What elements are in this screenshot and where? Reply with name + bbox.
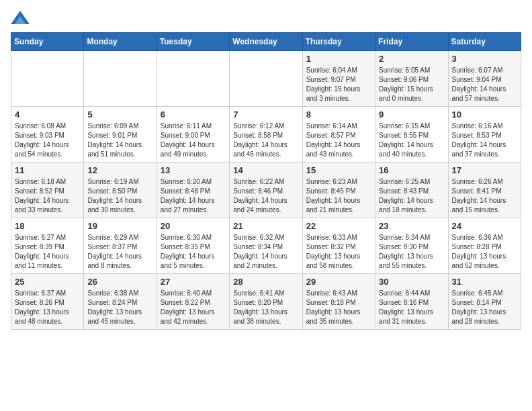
day-info: Sunrise: 6:15 AM Sunset: 8:55 PM Dayligh…: [379, 122, 444, 159]
header-monday: Monday: [84, 33, 157, 51]
calendar-cell: [230, 51, 302, 107]
day-number: 15: [306, 165, 371, 175]
calendar-cell: 25Sunrise: 6:37 AM Sunset: 8:26 PM Dayli…: [11, 274, 84, 330]
calendar-cell: 2Sunrise: 6:05 AM Sunset: 9:06 PM Daylig…: [375, 51, 448, 107]
header-wednesday: Wednesday: [230, 33, 302, 51]
calendar-week-4: 18Sunrise: 6:27 AM Sunset: 8:39 PM Dayli…: [11, 218, 521, 274]
calendar-cell: 1Sunrise: 6:04 AM Sunset: 9:07 PM Daylig…: [302, 51, 375, 107]
day-info: Sunrise: 6:36 AM Sunset: 8:28 PM Dayligh…: [452, 233, 517, 271]
day-info: Sunrise: 6:25 AM Sunset: 8:43 PM Dayligh…: [379, 177, 444, 215]
calendar-cell: 12Sunrise: 6:19 AM Sunset: 8:50 PM Dayli…: [84, 163, 157, 218]
calendar-week-5: 25Sunrise: 6:37 AM Sunset: 8:26 PM Dayli…: [11, 274, 521, 330]
day-number: 5: [87, 109, 152, 120]
day-info: Sunrise: 6:37 AM Sunset: 8:26 PM Dayligh…: [15, 289, 80, 326]
calendar-week-1: 1Sunrise: 6:04 AM Sunset: 9:07 PM Daylig…: [11, 51, 521, 107]
calendar-cell: 26Sunrise: 6:38 AM Sunset: 8:24 PM Dayli…: [84, 274, 157, 330]
day-number: 17: [452, 165, 517, 175]
calendar-cell: 16Sunrise: 6:25 AM Sunset: 8:43 PM Dayli…: [375, 163, 448, 218]
day-info: Sunrise: 6:44 AM Sunset: 8:16 PM Dayligh…: [379, 289, 444, 326]
day-number: 19: [87, 221, 152, 231]
day-info: Sunrise: 6:26 AM Sunset: 8:41 PM Dayligh…: [452, 177, 517, 215]
header-thursday: Thursday: [302, 33, 375, 51]
day-info: Sunrise: 6:08 AM Sunset: 9:03 PM Dayligh…: [15, 122, 80, 159]
day-number: 9: [379, 109, 444, 120]
day-number: 18: [15, 221, 80, 231]
calendar-cell: 24Sunrise: 6:36 AM Sunset: 8:28 PM Dayli…: [448, 218, 521, 274]
day-info: Sunrise: 6:45 AM Sunset: 8:14 PM Dayligh…: [452, 289, 517, 326]
calendar-cell: 3Sunrise: 6:07 AM Sunset: 9:04 PM Daylig…: [448, 51, 521, 107]
day-info: Sunrise: 6:12 AM Sunset: 8:58 PM Dayligh…: [233, 122, 298, 159]
day-number: 30: [379, 277, 444, 287]
day-number: 12: [87, 165, 152, 175]
calendar-cell: 31Sunrise: 6:45 AM Sunset: 8:14 PM Dayli…: [448, 274, 521, 330]
calendar-cell: 7Sunrise: 6:12 AM Sunset: 8:58 PM Daylig…: [230, 107, 302, 163]
day-info: Sunrise: 6:18 AM Sunset: 8:52 PM Dayligh…: [15, 177, 80, 215]
day-number: 2: [379, 54, 444, 64]
calendar-cell: 17Sunrise: 6:26 AM Sunset: 8:41 PM Dayli…: [448, 163, 521, 218]
day-number: 8: [306, 109, 371, 120]
calendar-cell: 8Sunrise: 6:14 AM Sunset: 8:57 PM Daylig…: [302, 107, 375, 163]
calendar-week-3: 11Sunrise: 6:18 AM Sunset: 8:52 PM Dayli…: [11, 163, 521, 218]
day-number: 7: [233, 109, 298, 120]
day-info: Sunrise: 6:40 AM Sunset: 8:22 PM Dayligh…: [161, 289, 226, 326]
day-info: Sunrise: 6:38 AM Sunset: 8:24 PM Dayligh…: [87, 289, 152, 326]
day-number: 21: [233, 221, 298, 231]
calendar-cell: 9Sunrise: 6:15 AM Sunset: 8:55 PM Daylig…: [375, 107, 448, 163]
day-info: Sunrise: 6:20 AM Sunset: 8:48 PM Dayligh…: [161, 177, 226, 215]
calendar-cell: 15Sunrise: 6:23 AM Sunset: 8:45 PM Dayli…: [302, 163, 375, 218]
day-info: Sunrise: 6:29 AM Sunset: 8:37 PM Dayligh…: [87, 233, 152, 271]
day-info: Sunrise: 6:22 AM Sunset: 8:46 PM Dayligh…: [233, 177, 298, 215]
day-number: 14: [233, 165, 298, 175]
calendar-cell: [157, 51, 229, 107]
calendar-cell: 5Sunrise: 6:09 AM Sunset: 9:01 PM Daylig…: [84, 107, 157, 163]
calendar-cell: 6Sunrise: 6:11 AM Sunset: 9:00 PM Daylig…: [157, 107, 229, 163]
day-number: 23: [379, 221, 444, 231]
calendar-cell: 13Sunrise: 6:20 AM Sunset: 8:48 PM Dayli…: [157, 163, 229, 218]
calendar-cell: 23Sunrise: 6:34 AM Sunset: 8:30 PM Dayli…: [375, 218, 448, 274]
calendar-cell: [84, 51, 157, 107]
calendar-cell: 30Sunrise: 6:44 AM Sunset: 8:16 PM Dayli…: [375, 274, 448, 330]
day-number: 22: [306, 221, 371, 231]
logo-icon: [11, 11, 30, 24]
day-info: Sunrise: 6:32 AM Sunset: 8:34 PM Dayligh…: [233, 233, 298, 271]
day-info: Sunrise: 6:16 AM Sunset: 8:53 PM Dayligh…: [452, 122, 517, 159]
header-sunday: Sunday: [11, 33, 84, 51]
calendar-cell: 20Sunrise: 6:30 AM Sunset: 8:35 PM Dayli…: [157, 218, 229, 274]
day-info: Sunrise: 6:14 AM Sunset: 8:57 PM Dayligh…: [306, 122, 371, 159]
day-info: Sunrise: 6:19 AM Sunset: 8:50 PM Dayligh…: [87, 177, 152, 215]
calendar-cell: 10Sunrise: 6:16 AM Sunset: 8:53 PM Dayli…: [448, 107, 521, 163]
day-number: 6: [161, 109, 226, 120]
day-info: Sunrise: 6:23 AM Sunset: 8:45 PM Dayligh…: [306, 177, 371, 215]
calendar-cell: 28Sunrise: 6:41 AM Sunset: 8:20 PM Dayli…: [230, 274, 302, 330]
day-number: 24: [452, 221, 517, 231]
page-header: [11, 11, 521, 24]
calendar-header-row: SundayMondayTuesdayWednesdayThursdayFrid…: [11, 33, 521, 51]
day-info: Sunrise: 6:09 AM Sunset: 9:01 PM Dayligh…: [87, 122, 152, 159]
day-number: 26: [87, 277, 152, 287]
header-tuesday: Tuesday: [157, 33, 229, 51]
calendar-cell: 27Sunrise: 6:40 AM Sunset: 8:22 PM Dayli…: [157, 274, 229, 330]
day-number: 27: [161, 277, 226, 287]
day-info: Sunrise: 6:33 AM Sunset: 8:32 PM Dayligh…: [306, 233, 371, 271]
day-info: Sunrise: 6:34 AM Sunset: 8:30 PM Dayligh…: [379, 233, 444, 271]
day-info: Sunrise: 6:30 AM Sunset: 8:35 PM Dayligh…: [161, 233, 226, 271]
day-info: Sunrise: 6:43 AM Sunset: 8:18 PM Dayligh…: [306, 289, 371, 326]
day-info: Sunrise: 6:05 AM Sunset: 9:06 PM Dayligh…: [379, 66, 444, 103]
logo: [11, 11, 32, 24]
calendar-cell: 29Sunrise: 6:43 AM Sunset: 8:18 PM Dayli…: [302, 274, 375, 330]
calendar-cell: 22Sunrise: 6:33 AM Sunset: 8:32 PM Dayli…: [302, 218, 375, 274]
header-saturday: Saturday: [448, 33, 521, 51]
calendar-cell: 18Sunrise: 6:27 AM Sunset: 8:39 PM Dayli…: [11, 218, 84, 274]
day-number: 1: [306, 54, 371, 64]
day-number: 13: [161, 165, 226, 175]
day-number: 28: [233, 277, 298, 287]
calendar-cell: 21Sunrise: 6:32 AM Sunset: 8:34 PM Dayli…: [230, 218, 302, 274]
day-info: Sunrise: 6:27 AM Sunset: 8:39 PM Dayligh…: [15, 233, 80, 271]
calendar-cell: [11, 51, 84, 107]
day-number: 25: [15, 277, 80, 287]
calendar-week-2: 4Sunrise: 6:08 AM Sunset: 9:03 PM Daylig…: [11, 107, 521, 163]
day-number: 4: [15, 109, 80, 120]
day-number: 16: [379, 165, 444, 175]
day-info: Sunrise: 6:11 AM Sunset: 9:00 PM Dayligh…: [161, 122, 226, 159]
calendar-cell: 11Sunrise: 6:18 AM Sunset: 8:52 PM Dayli…: [11, 163, 84, 218]
